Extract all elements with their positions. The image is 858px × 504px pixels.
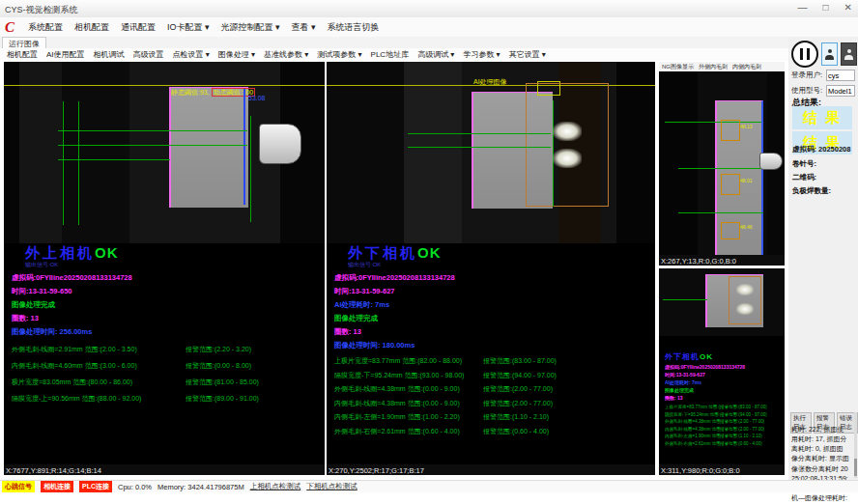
title-bar: CYS-视觉检测系统 — □ ✕ xyxy=(0,0,858,18)
scrollbar-thumb[interactable] xyxy=(854,459,857,476)
pause-icon xyxy=(807,48,810,60)
stats-scrollbar[interactable] xyxy=(854,412,857,478)
time-line: 时间:13-31-59-627 xyxy=(334,287,653,296)
camera-title: 外下相机OK xyxy=(348,245,653,260)
alarm-text: 报警范围:(0.60 - 4.00) xyxy=(483,427,549,436)
memory-usage: Memory: 3424.41796875M xyxy=(157,483,244,491)
heartbeat-status-badge: 心跳信号 xyxy=(2,481,35,492)
camera-connection-badge: 相机连接 xyxy=(41,481,73,492)
green-vline xyxy=(250,116,251,222)
toolbar: 相机配置 AI使用配置 相机调试 高级设置 点检设置 ▾ 图像处理 ▾ 基准线参… xyxy=(0,48,791,61)
user-login-button[interactable] xyxy=(821,42,838,66)
mini-result-view[interactable]: 外下相机OK 虚拟码:0FYIline20250208133134728 时间:… xyxy=(659,268,785,464)
measurement-row: 内侧毛刺-线圈=4.60mm 范围:(3.00 - 6.00)报警范围:(0.0… xyxy=(12,361,323,371)
measurement-row: 极片宽度=83.05mm 范围:(80.00 - 86.00)报警范围:(81.… xyxy=(12,378,323,387)
blue-measure-line xyxy=(243,89,245,205)
measurement-row: 外侧毛刺-线圈=2.91mm 范围:(2.00 - 3.50)报警范围:(2.2… xyxy=(12,345,323,354)
toolbar-other-settings[interactable]: 其它设置 ▾ xyxy=(509,49,546,60)
menu-light-config[interactable]: 光源控制配置 ▾ xyxy=(221,21,280,34)
green-hline xyxy=(58,145,247,146)
camera-view-lower[interactable]: AI处理图像 外下相机OK 输出信号:OK 虚拟码:0FYIline202502… xyxy=(327,62,655,464)
menu-comm-config[interactable]: 通讯配置 xyxy=(121,21,156,34)
login-user-label: 登录用户: xyxy=(791,70,826,80)
alarm-text: 报警范围:(0.00 - 8.00) xyxy=(186,361,251,371)
minimize-icon[interactable]: — xyxy=(798,2,808,13)
green-hline xyxy=(408,147,551,148)
ng-header-display[interactable]: NG图像显示 xyxy=(662,63,694,71)
alarm-text: 报警范围:(2.00 - 77.00) xyxy=(483,399,553,408)
measurement-row: 隔膜宽度-下=95.24mm 范围:(93.00 - 98.00)报警范围:(9… xyxy=(334,371,653,380)
toolbar-spotcheck-settings[interactable]: 点检设置 ▾ xyxy=(173,49,210,60)
toolbar-image-processing[interactable]: 图像处理 ▾ xyxy=(218,49,255,60)
lower-camera-info: 外下相机OK 输出信号:OK 虚拟码:0FYIline2025020813313… xyxy=(334,245,653,440)
weld-highlight xyxy=(736,303,754,315)
green-hline xyxy=(58,130,247,131)
measurement-text: 隔膜宽度-下=95.24mm 范围:(93.00 - 98.00) xyxy=(665,412,720,417)
alarm-text: 报警范围:(2.00 - 77.00) xyxy=(720,419,764,424)
measurement-text: 隔膜宽度-上=90.56mm 范围:(88.00 - 92.00) xyxy=(12,394,186,404)
qr-code-label: 二维码: xyxy=(792,173,816,182)
login-user-input[interactable] xyxy=(826,70,855,81)
measurement-row: 内侧毛刺-左侧=1.90mm 范围:(1.00 - 2.20)报警范围:(1.1… xyxy=(334,412,653,422)
lower-camera-spotcheck-link[interactable]: 下相机点检测试 xyxy=(306,482,358,491)
login-user-row: 登录用户: xyxy=(791,70,855,81)
toolbar-camera-debug[interactable]: 相机调试 xyxy=(94,49,125,60)
ng-image-view[interactable]: NG图像显示 外侧内毛刺 内侧内毛刺 48.13 48.01 48.46 xyxy=(659,62,785,255)
alarm-text: 报警范围:(2.00 - 77.00) xyxy=(720,427,764,432)
green-hline xyxy=(663,299,707,300)
image-band xyxy=(4,62,19,243)
toolbar-learning-params[interactable]: 学习参数 ▾ xyxy=(463,49,500,60)
menu-io-config[interactable]: IO卡配置 ▾ xyxy=(167,21,210,34)
toolbar-test-params[interactable]: 测试项参数 ▾ xyxy=(317,49,361,60)
turns-line: 圈数: 13 xyxy=(665,395,783,401)
toolbar-ai-config[interactable]: AI使用配置 xyxy=(46,49,85,60)
alarm-text: 报警范围:(1.10 - 2.10) xyxy=(483,412,549,422)
user-manage-button[interactable] xyxy=(841,42,857,66)
weld-highlight xyxy=(553,122,582,141)
image-band xyxy=(404,62,462,243)
green-hline xyxy=(678,212,763,213)
result-box-upper: 结果 xyxy=(792,106,852,129)
pause-button[interactable] xyxy=(791,41,818,68)
toolbar-plc-address[interactable]: PLC地址库 xyxy=(371,49,410,60)
defect-box xyxy=(721,120,740,141)
toolbar-advanced-debug[interactable]: 高级调试 ▾ xyxy=(417,49,454,60)
yellow-baseline xyxy=(4,85,325,86)
alarm-text: 报警范围:(83.00 - 87.00) xyxy=(483,356,557,366)
ng-header-outer-burr[interactable]: 外侧内毛刺 xyxy=(699,63,728,71)
done-line: 图像处理完成 xyxy=(665,387,783,393)
count-label: 负极焊数量: xyxy=(792,186,831,196)
ai-time-line: AI处理耗时: 7ms xyxy=(665,379,783,385)
maximize-icon[interactable]: □ xyxy=(823,2,829,13)
menu-system-config[interactable]: 系统配置 xyxy=(28,21,63,34)
close-icon[interactable]: ✕ xyxy=(844,2,852,13)
window-controls: — □ ✕ xyxy=(798,2,852,13)
toolbar-baseline-params[interactable]: 基准线参数 ▾ xyxy=(264,49,308,60)
menu-view[interactable]: 查看 ▾ xyxy=(292,21,316,34)
barcode-line: 虚拟码:0FYIline20250208133134728 xyxy=(12,273,323,283)
alarm-text: 报警范围:(1.10 - 2.10) xyxy=(720,434,762,438)
measurement-text: 内侧毛刺-左侧=1.90mm 范围:(1.00 - 2.20) xyxy=(665,434,720,438)
toolbar-advanced-settings[interactable]: 高级设置 xyxy=(133,49,164,60)
turns-line: 圈数: 13 xyxy=(334,327,653,337)
time-line: 时间:13-31-59-650 xyxy=(12,287,323,296)
app-window: CYS-视觉检测系统 — □ ✕ C 系统配置 相机配置 通讯配置 IO卡配置 … xyxy=(0,0,858,504)
upper-camera-spotcheck-link[interactable]: 上相机点检测试 xyxy=(250,482,301,491)
barcode-line: 虚拟码:0FYIline20250208133134728 xyxy=(665,364,783,370)
toolbar-camera-config[interactable]: 相机配置 xyxy=(7,49,38,60)
alarm-text: 报警范围:(0.60 - 4.00) xyxy=(720,441,762,446)
status-bar: 心跳信号 相机连接 PLC连接 Cpu: 0.0% Memory: 3424.4… xyxy=(0,480,858,492)
ng-header-inner-burr[interactable]: 内侧内毛刺 xyxy=(732,63,761,71)
model-input[interactable] xyxy=(826,85,855,97)
measurement-row: 外侧毛刺-线圈=4.38mm 范围:(0.00 - 9.00)报警范围:(2.0… xyxy=(665,419,783,424)
camera-view-upper[interactable]: 静态阈值:93, 动态阈值:100 53.08 外上相机OK 输出信号:OK 虚… xyxy=(4,62,325,464)
alarm-text: 报警范围:(89.00 - 91.00) xyxy=(186,394,259,404)
measurement-text: 外侧毛刺-右侧=2.61mm 范围:(0.60 - 4.00) xyxy=(665,441,720,446)
green-vline xyxy=(78,101,79,225)
menu-camera-config[interactable]: 相机配置 xyxy=(74,21,109,34)
orange-roi-box xyxy=(526,83,609,207)
green-hline xyxy=(408,133,551,134)
model-row: 使用型号: xyxy=(791,85,855,97)
menu-language-switch[interactable]: 系统语言切换 xyxy=(328,21,380,34)
mini-image xyxy=(659,268,785,336)
